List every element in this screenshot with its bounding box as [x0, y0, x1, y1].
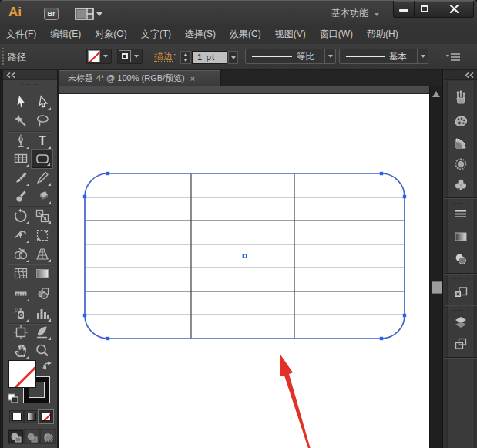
symbol-sprayer-tool[interactable] [10, 305, 31, 323]
menu-object[interactable]: 对象(O) [95, 28, 126, 41]
free-transform-tool[interactable] [32, 226, 52, 244]
flyout-indicator [48, 259, 51, 262]
selection-tool-icon [13, 95, 29, 110]
scrollbar-thumb[interactable] [432, 281, 442, 294]
table-grid-object[interactable] [83, 172, 406, 340]
menu-edit[interactable]: 编辑(E) [50, 28, 81, 41]
rectangular-grid-tool[interactable] [10, 150, 31, 168]
default-fill-stroke-icon[interactable] [8, 393, 18, 403]
scale-tool[interactable] [32, 207, 52, 225]
arrange-documents-button[interactable] [75, 8, 102, 20]
draw-normal-button[interactable] [8, 429, 24, 444]
artboard-tool[interactable] [10, 323, 31, 342]
width-tool[interactable] [10, 226, 31, 244]
symbols-panel-button[interactable] [448, 176, 474, 194]
brush-dropdown-button[interactable] [417, 49, 428, 63]
stroke-panel-link[interactable]: 描边 [154, 52, 173, 62]
stepper-down-icon[interactable] [183, 59, 188, 62]
direct-selection-tool[interactable] [32, 93, 52, 112]
minimize-button[interactable] [393, 1, 415, 18]
stroke-color-control[interactable] [117, 49, 143, 64]
control-panel-menu-button[interactable] [445, 52, 461, 62]
gradient-panel-button[interactable] [448, 227, 474, 246]
paintbrush-tool[interactable] [10, 169, 31, 187]
swap-fill-stroke-icon[interactable] [42, 361, 53, 371]
zoom-tool[interactable] [32, 342, 52, 360]
color-panel-button[interactable] [448, 113, 474, 131]
menu-select[interactable]: 选择(S) [185, 28, 216, 41]
expand-panels-icon [465, 72, 475, 78]
shape-builder-tool[interactable] [10, 245, 31, 264]
brushes-panel-button[interactable] [448, 89, 474, 107]
rounded-rectangle-tool[interactable] [32, 150, 52, 168]
slice-tool[interactable] [32, 323, 52, 342]
fill-indicator[interactable] [8, 360, 36, 388]
pencil-tool[interactable] [32, 169, 52, 187]
artboards-panel-button[interactable] [448, 335, 474, 353]
lasso-tool[interactable] [32, 112, 52, 130]
menu-view[interactable]: 视图(V) [275, 28, 306, 41]
control-bar-grip[interactable] [2, 47, 5, 66]
layers-panel-button[interactable] [448, 313, 474, 332]
perspective-grid-tool[interactable] [32, 245, 52, 264]
blend-tool[interactable] [32, 285, 52, 303]
menu-effect[interactable]: 效果(C) [230, 28, 261, 41]
stroke-dropdown-button[interactable] [131, 50, 141, 62]
toolbar-header[interactable] [3, 70, 57, 80]
document-tab[interactable]: 未标题-4* @ 100% (RGB/预览) × [59, 70, 221, 86]
brush-definition-select[interactable]: 基本 [339, 49, 428, 64]
measure-tool[interactable] [10, 285, 31, 303]
fill-dropdown-button[interactable] [100, 50, 110, 62]
fill-color-control[interactable] [86, 49, 112, 64]
graphic-styles-panel-button[interactable] [448, 283, 474, 301]
hand-tool[interactable] [10, 342, 31, 360]
panel-grip[interactable] [452, 85, 469, 88]
dock-icon-column [447, 81, 475, 448]
scroll-up-arrow-icon[interactable] [432, 91, 440, 97]
type-tool[interactable]: T [32, 132, 52, 150]
menu-help[interactable]: 帮助(H) [367, 28, 398, 41]
gradient-button[interactable] [24, 410, 39, 423]
swatches-panel-button[interactable] [448, 155, 474, 173]
stroke-swatch[interactable] [119, 50, 131, 62]
stroke-width-stepper[interactable] [180, 51, 191, 64]
magic-wand-tool[interactable] [10, 112, 31, 130]
stroke-width-dropdown[interactable] [228, 51, 238, 64]
none-button[interactable] [39, 410, 53, 423]
stroke-width-input[interactable]: 1 pt [192, 51, 227, 64]
draw-behind-button[interactable] [24, 429, 40, 444]
menu-window[interactable]: 窗口(W) [320, 28, 353, 41]
blob-brush-tool[interactable] [10, 187, 31, 206]
selection-tool[interactable] [10, 93, 31, 112]
stroke-panel-button[interactable] [448, 205, 474, 224]
panel-grip[interactable] [452, 278, 469, 281]
toolbar-grip[interactable] [22, 83, 40, 86]
bridge-button[interactable]: Br [44, 8, 59, 20]
canvas-area[interactable] [59, 86, 429, 448]
toolbar-divider [8, 131, 52, 132]
menu-type[interactable]: 文字(T) [141, 28, 171, 41]
fill-none-swatch[interactable] [88, 50, 100, 62]
gradient-tool[interactable] [32, 264, 52, 283]
vertical-scrollbar[interactable] [429, 86, 442, 448]
eraser-tool[interactable] [32, 187, 52, 206]
transparency-panel-button[interactable] [448, 250, 474, 268]
rotate-tool[interactable] [10, 207, 31, 225]
column-graph-tool[interactable] [32, 305, 52, 323]
profile-dropdown-button[interactable] [324, 49, 335, 63]
dock-header[interactable] [444, 70, 477, 80]
color-button[interactable] [9, 410, 24, 423]
tab-close-icon[interactable]: × [190, 75, 195, 83]
close-button[interactable] [435, 1, 474, 18]
draw-inside-button[interactable] [40, 429, 56, 444]
workspace-switcher[interactable]: 基本功能 [331, 8, 379, 20]
color-guide-panel-button[interactable] [448, 134, 474, 153]
width-profile-select[interactable]: 等比 [245, 49, 336, 64]
panel-grip[interactable] [452, 309, 469, 312]
mesh-tool[interactable] [10, 264, 31, 283]
stepper-up-icon[interactable] [183, 53, 188, 56]
menu-file[interactable]: 文件(F) [6, 28, 36, 41]
artwork [59, 86, 429, 448]
maximize-button[interactable] [415, 1, 435, 18]
pen-tool[interactable] [10, 132, 31, 150]
